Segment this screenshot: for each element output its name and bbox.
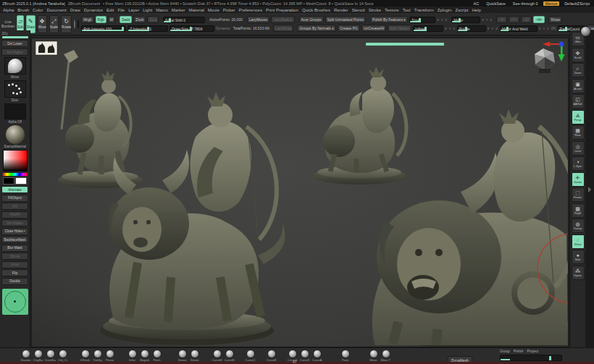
right-shelf-button[interactable]: ◍ Transp xyxy=(572,219,585,233)
dynamesh-polish-toggle[interactable]: Polish xyxy=(514,349,524,353)
menu-item[interactable]: Color xyxy=(33,8,43,12)
mirror-m-button[interactable]: >M< xyxy=(533,16,545,23)
move-mode-button[interactable]: ✥Move xyxy=(38,15,47,33)
right-shelf-button[interactable]: ◌ Ghost xyxy=(572,234,585,249)
left-tray-button[interactable]: BackfaceMask xyxy=(1,236,28,243)
menu-item[interactable]: Zscript xyxy=(456,8,469,12)
menu-item[interactable]: Preferences xyxy=(239,8,262,12)
menu-item[interactable]: Picker xyxy=(223,8,235,12)
brush-shortcut[interactable]: CurveM xyxy=(212,350,222,362)
rotate-mode-button[interactable]: ↻Rotate xyxy=(61,15,72,33)
left-tray-button[interactable]: Shrink xyxy=(1,253,28,260)
menu-item[interactable]: Light xyxy=(143,8,152,12)
menu-item[interactable]: Tool xyxy=(403,8,411,12)
right-shelf-button[interactable]: ⌕ Zoom xyxy=(572,63,585,77)
zcut-button[interactable]: Zcut xyxy=(147,16,159,23)
menu-item[interactable]: Document xyxy=(46,8,66,12)
left-tray-button[interactable]: Flip xyxy=(1,269,28,276)
current-stroke-thumbnail[interactable] xyxy=(4,80,26,98)
brush-shortcut[interactable]: Paint xyxy=(340,350,351,362)
mirror-y-button[interactable]: >Y< xyxy=(509,16,519,23)
polish-by-features-slider[interactable]: Polish By Features xyxy=(370,16,408,23)
ring-icon[interactable] xyxy=(74,20,75,29)
lazymouse-button[interactable]: LazyMouse xyxy=(247,16,270,23)
menu-item[interactable]: File xyxy=(117,8,125,12)
groups-by-normals-slider[interactable]: Groups By Normals xyxy=(297,25,336,32)
mirror-z-button[interactable]: >Z< xyxy=(521,16,532,23)
menu-item[interactable]: Macro xyxy=(156,8,168,12)
brush-shortcut[interactable]: Orb_Cr xyxy=(57,350,68,362)
menu-item[interactable]: Transform xyxy=(414,8,434,12)
menu-item[interactable]: Marker xyxy=(172,8,185,12)
crease-pg-button[interactable]: Crease PG xyxy=(338,25,360,32)
right-shelf-button[interactable]: ◱ AAHalf xyxy=(572,94,585,109)
right-shelf-button[interactable]: ▩ PolyF xyxy=(572,203,585,218)
sculpt-canvas[interactable] xyxy=(31,38,569,347)
ac-button[interactable]: AC xyxy=(472,1,482,6)
brush-shortcut[interactable]: Planar xyxy=(104,350,115,362)
menu-item[interactable]: Quick Brushes xyxy=(302,8,330,12)
uncrease-all-button[interactable]: UnCreaseAll xyxy=(361,25,386,32)
left-tray-button[interactable]: Grow xyxy=(1,261,28,268)
right-shelf-button[interactable]: ⬚ Frame xyxy=(572,187,585,202)
del-higher-button[interactable]: Del Higher xyxy=(1,48,28,56)
brush-shortcut[interactable]: Inflat xyxy=(127,350,138,362)
right-shelf-button[interactable]: ◑ L.Sym xyxy=(572,156,585,171)
zadd-button[interactable]: Zadd xyxy=(120,16,132,23)
menu-item[interactable]: Material xyxy=(189,8,204,12)
brush-shortcut[interactable]: hPolish xyxy=(80,350,91,362)
brush-shortcut[interactable]: Standar xyxy=(20,350,31,362)
left-tray-button[interactable]: Alternate xyxy=(1,186,28,193)
m-button[interactable]: M xyxy=(108,16,115,23)
mirror-xyz[interactable]: X Y Z xyxy=(482,18,493,22)
menu-item[interactable]: Stroke xyxy=(369,8,381,12)
dynamesh-resolution-slider[interactable]: Resolution 128 xyxy=(500,355,562,361)
right-shelf-button[interactable]: ● Solo xyxy=(572,250,585,264)
current-brush-thumbnail[interactable] xyxy=(4,57,26,75)
rotate-slider[interactable]: Rotate xyxy=(457,25,486,32)
menu-item[interactable]: Render xyxy=(334,8,348,12)
dynamesh-project-toggle[interactable]: Project xyxy=(527,349,539,353)
right-shelf-button[interactable]: ◎ Local xyxy=(572,141,585,156)
left-tray-button[interactable]: FillObject xyxy=(1,195,28,202)
brush-shortcut[interactable]: CurveQ xyxy=(245,350,256,362)
menu-item[interactable]: Draw xyxy=(70,8,80,12)
left-tray-button[interactable]: HidePt xyxy=(1,211,28,219)
dynamesh-group-toggle[interactable]: Group xyxy=(500,349,510,353)
brush-shortcut[interactable]: CurveM xyxy=(224,350,235,362)
mirror-x-button[interactable]: >X< xyxy=(496,16,507,23)
z-intensity-slider[interactable]: Z Intensity 51 xyxy=(127,25,168,32)
left-tray-button[interactable]: Blur Mask xyxy=(1,245,28,252)
brush-shortcut[interactable]: CurveA xyxy=(311,350,322,362)
brush-shortcut[interactable]: CurveS xyxy=(287,350,298,362)
draw-size-slider[interactable]: Draw Size 47.7806 xyxy=(170,25,214,32)
current-alpha-thumbnail[interactable] xyxy=(4,103,26,119)
brush-shortcut[interactable]: CurveS xyxy=(299,350,310,362)
left-tray-button[interactable]: Double xyxy=(1,278,28,285)
size-slider[interactable]: Size xyxy=(409,17,435,23)
brush-shortcut[interactable]: Magnifi xyxy=(139,350,150,362)
show-button[interactable]: Show xyxy=(548,16,562,23)
menu-item[interactable]: Help xyxy=(472,8,481,12)
del-lower-button[interactable]: Del Lower xyxy=(1,40,28,47)
brush-shortcut[interactable]: CurveB xyxy=(266,350,277,362)
lazysnap-button[interactable]: LazySnap xyxy=(273,25,293,32)
menu-item[interactable]: Zplugin xyxy=(438,8,452,12)
left-tray-button[interactable]: Fill xyxy=(1,203,28,210)
tray-open-chevron-icon[interactable] xyxy=(588,187,591,192)
menu-item[interactable]: Movie xyxy=(208,8,219,12)
focal-shift-slider[interactable]: Focal Shift 0 xyxy=(163,17,205,23)
brush-shortcut[interactable]: DamSta xyxy=(45,350,56,362)
split-unmasked-points-button[interactable]: Split Unmasked Points xyxy=(325,16,366,23)
main-color-swatch[interactable] xyxy=(3,177,14,185)
brush-shortcut[interactable]: ClayBui xyxy=(33,350,43,362)
menu-item[interactable]: Edit xyxy=(106,8,114,12)
auto-groups-button[interactable]: Auto Groups xyxy=(299,16,324,23)
mirror-and-weld-slider[interactable]: Mirror And Weld xyxy=(500,25,537,32)
brush-shortcut[interactable]: TrimDy xyxy=(92,350,103,362)
right-shelf-button[interactable]: ✛ Gizmo xyxy=(572,172,585,187)
material-preview-sphere[interactable] xyxy=(580,26,591,37)
menu-item[interactable]: Alpha xyxy=(3,8,14,12)
secondary-color-swatch[interactable] xyxy=(15,177,27,185)
color-picker[interactable] xyxy=(3,150,28,172)
